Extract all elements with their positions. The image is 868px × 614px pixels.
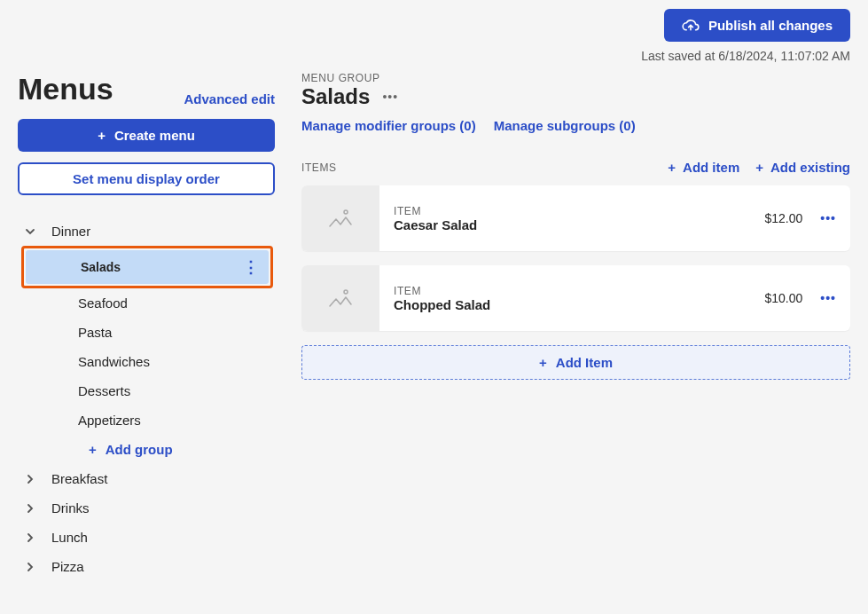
- group-item-seafood[interactable]: Seafood: [18, 288, 275, 318]
- page-title: Menus: [18, 72, 113, 106]
- group-item-desserts[interactable]: Desserts: [18, 376, 275, 405]
- manage-modifier-groups-link[interactable]: Manage modifier groups (0): [301, 118, 476, 133]
- plus-icon: +: [755, 160, 763, 175]
- add-existing-text: Add existing: [770, 160, 850, 175]
- tree-item-breakfast[interactable]: Breakfast: [18, 464, 275, 493]
- item-kebab-icon[interactable]: •••: [820, 211, 836, 225]
- items-section-label: ITEMS: [301, 161, 337, 174]
- last-saved-text: Last saved at 6/18/2024, 11:07:02 AM: [641, 49, 850, 63]
- plus-icon: +: [89, 442, 97, 457]
- menu-group-kebab-icon[interactable]: •••: [382, 90, 398, 104]
- tree-item-label: Breakfast: [51, 471, 107, 486]
- image-placeholder-icon: [301, 265, 379, 331]
- tree-item-label: Pizza: [51, 559, 84, 574]
- tree-item-label: Dinner: [51, 224, 90, 239]
- chevron-right-icon: [21, 474, 39, 484]
- image-placeholder-icon: [301, 185, 379, 251]
- chevron-right-icon: [21, 503, 39, 514]
- tree-item-lunch[interactable]: Lunch: [18, 523, 275, 552]
- advanced-edit-link[interactable]: Advanced edit: [184, 91, 275, 106]
- menu-group-heading: Salads: [301, 84, 370, 109]
- group-label: Desserts: [78, 383, 130, 398]
- create-menu-label: Create menu: [114, 128, 195, 143]
- item-price: $10.00: [764, 291, 802, 305]
- tree-item-dinner[interactable]: Dinner: [18, 216, 275, 246]
- item-price: $12.00: [764, 211, 802, 225]
- publish-label: Publish all changes: [708, 18, 833, 33]
- add-item-link[interactable]: + Add item: [668, 160, 739, 175]
- tree-item-pizza[interactable]: Pizza: [18, 552, 275, 581]
- add-existing-link[interactable]: + Add existing: [755, 160, 850, 175]
- add-item-button-label: Add Item: [556, 355, 613, 370]
- item-name: Caesar Salad: [394, 217, 477, 232]
- menu-tree: Dinner Salads ⋮ Seafood Pasta Sandwiches…: [18, 216, 275, 581]
- sidebar: Menus Advanced edit + Create menu Set me…: [18, 72, 275, 581]
- item-meta: ITEM: [394, 205, 477, 217]
- plus-icon: +: [98, 128, 106, 143]
- group-label: Salads: [81, 260, 121, 274]
- group-item-sandwiches[interactable]: Sandwiches: [18, 347, 275, 376]
- tree-item-drinks[interactable]: Drinks: [18, 493, 275, 523]
- item-card[interactable]: ITEM Caesar Salad $12.00 •••: [301, 185, 850, 251]
- svg-point-0: [344, 210, 348, 214]
- cloud-upload-icon: [682, 19, 700, 33]
- group-label: Pasta: [78, 325, 112, 340]
- chevron-right-icon: [21, 532, 39, 543]
- group-label: Appetizers: [78, 413, 141, 428]
- group-label: Sandwiches: [78, 354, 150, 369]
- chevron-down-icon: [21, 226, 39, 237]
- group-item-salads[interactable]: Salads ⋮: [26, 250, 269, 284]
- tree-item-label: Drinks: [51, 500, 90, 516]
- item-name: Chopped Salad: [394, 297, 490, 312]
- add-group-button[interactable]: + Add group: [18, 435, 275, 464]
- group-item-pasta[interactable]: Pasta: [18, 318, 275, 347]
- group-item-appetizers[interactable]: Appetizers: [18, 405, 275, 435]
- set-display-order-button[interactable]: Set menu display order: [18, 162, 275, 195]
- svg-point-1: [344, 290, 348, 294]
- menu-group-meta: MENU GROUP: [301, 72, 850, 84]
- group-label: Seafood: [78, 295, 128, 311]
- add-item-dashed-button[interactable]: + Add Item: [301, 345, 850, 380]
- item-card[interactable]: ITEM Chopped Salad $10.00 •••: [301, 265, 850, 331]
- selected-highlight: Salads ⋮: [21, 246, 273, 288]
- add-item-text: Add item: [683, 160, 739, 175]
- add-group-label: Add group: [106, 442, 173, 457]
- kebab-menu-icon[interactable]: ⋮: [242, 257, 260, 277]
- main-panel: MENU GROUP Salads ••• Manage modifier gr…: [301, 72, 850, 581]
- publish-all-changes-button[interactable]: Publish all changes: [664, 9, 850, 42]
- create-menu-button[interactable]: + Create menu: [18, 119, 275, 152]
- plus-icon: +: [539, 355, 547, 370]
- manage-subgroups-link[interactable]: Manage subgroups (0): [494, 118, 636, 133]
- chevron-right-icon: [21, 562, 39, 572]
- item-kebab-icon[interactable]: •••: [820, 291, 836, 305]
- tree-item-label: Lunch: [51, 530, 88, 545]
- item-meta: ITEM: [394, 285, 490, 297]
- plus-icon: +: [668, 160, 676, 175]
